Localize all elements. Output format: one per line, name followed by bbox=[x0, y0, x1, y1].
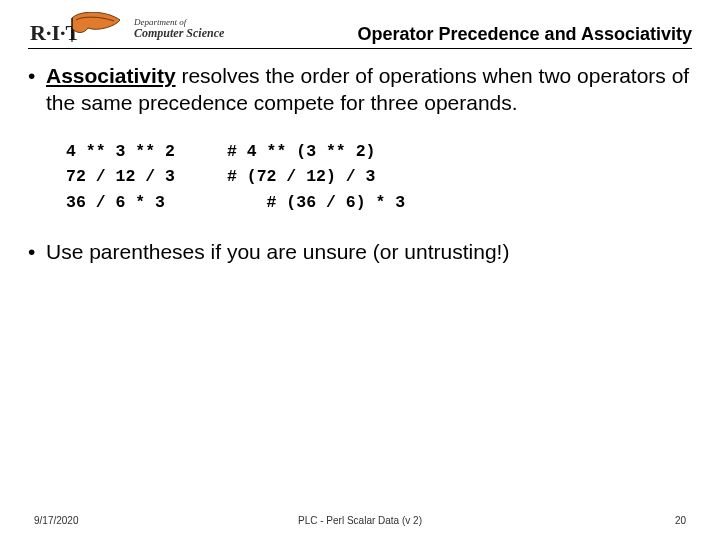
bullet-list: Associativity resolves the order of oper… bbox=[28, 63, 692, 266]
slide-header: R·I·T Department of Computer Science Ope… bbox=[0, 0, 720, 46]
code-left: 4 ** 3 ** 2 72 / 12 / 3 36 / 6 * 3 bbox=[66, 139, 175, 216]
slide-footer: 9/17/2020 PLC - Perl Scalar Data (v 2) 2… bbox=[0, 515, 720, 526]
footer-page: 20 bbox=[675, 515, 686, 526]
footer-center: PLC - Perl Scalar Data (v 2) bbox=[298, 515, 422, 526]
bullet-2: Use parentheses if you are unsure (or un… bbox=[46, 239, 692, 266]
bullet-1: Associativity resolves the order of oper… bbox=[46, 63, 692, 215]
logo-text: Department of Computer Science bbox=[134, 18, 224, 40]
slide-title: Operator Precedence and Associativity bbox=[224, 24, 692, 46]
bullet-1-term: Associativity bbox=[46, 64, 176, 87]
rit-logo-icon: R·I·T bbox=[28, 12, 128, 46]
logo-block: R·I·T Department of Computer Science bbox=[28, 12, 224, 46]
code-block: 4 ** 3 ** 2 72 / 12 / 3 36 / 6 * 3 # 4 *… bbox=[66, 139, 692, 216]
code-right: # 4 ** (3 ** 2) # (72 / 12) / 3 # (36 / … bbox=[227, 139, 405, 216]
cs-label: Computer Science bbox=[134, 27, 224, 40]
title-area: Operator Precedence and Associativity bbox=[224, 24, 692, 46]
footer-date: 9/17/2020 bbox=[34, 515, 79, 526]
slide-content: Associativity resolves the order of oper… bbox=[0, 49, 720, 266]
